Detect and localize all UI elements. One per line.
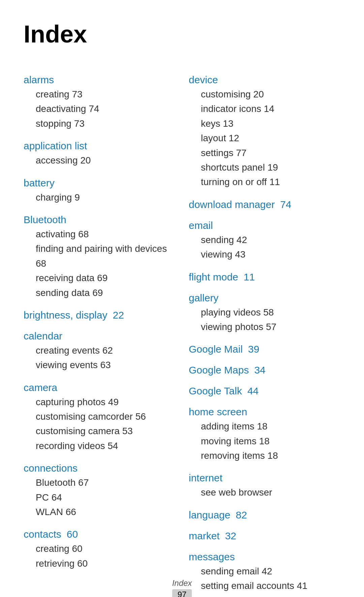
index-heading: battery <box>24 177 175 189</box>
index-heading: application list <box>24 140 175 152</box>
index-heading: flight mode11 <box>189 271 340 283</box>
index-sub-item: finding and pairing with devices 68 <box>24 241 175 271</box>
index-sub-item: Bluetooth 67 <box>24 475 175 490</box>
index-sub-item: settings 77 <box>189 146 340 160</box>
index-heading: gallery <box>189 292 340 304</box>
index-sub-item: removing items 18 <box>189 448 340 463</box>
index-columns: alarmscreating 73deactivating 74stopping… <box>24 65 340 593</box>
index-heading: messages <box>189 551 340 563</box>
index-sub-item: sending email 42 <box>189 564 340 578</box>
index-sub-item: viewing 43 <box>189 247 340 262</box>
index-heading: market32 <box>189 530 340 542</box>
index-heading: Google Talk44 <box>189 385 340 397</box>
index-sub-item: retrieving 60 <box>24 556 175 571</box>
index-sub-item: creating 60 <box>24 541 175 556</box>
index-sub-item: indicator icons 14 <box>189 101 340 116</box>
index-sub-item: receiving data 69 <box>24 271 175 285</box>
index-sub-item: activating 68 <box>24 227 175 241</box>
footer-label: Index <box>0 578 364 588</box>
index-sub-item: keys 13 <box>189 116 340 131</box>
index-heading: email <box>189 220 340 231</box>
index-heading: device <box>189 74 340 86</box>
index-heading: contacts60 <box>24 529 175 540</box>
index-heading: internet <box>189 472 340 484</box>
index-heading: alarms <box>24 74 175 86</box>
index-sub-item: layout 12 <box>189 131 340 145</box>
index-heading: camera <box>24 382 175 393</box>
page-title: Index <box>24 20 340 48</box>
index-heading: connections <box>24 462 175 474</box>
index-sub-item: PC 64 <box>24 490 175 505</box>
index-sub-item: accessing 20 <box>24 153 175 168</box>
index-sub-item: shortcuts panel 19 <box>189 160 340 175</box>
footer-page-number: 97 <box>172 589 192 597</box>
left-column: alarmscreating 73deactivating 74stopping… <box>24 65 175 593</box>
index-heading: Google Maps34 <box>189 364 340 376</box>
index-sub-item: customising camcorder 56 <box>24 409 175 424</box>
index-sub-item: sending data 69 <box>24 286 175 300</box>
index-sub-item: viewing photos 57 <box>189 320 340 334</box>
index-sub-item: sending 42 <box>189 233 340 247</box>
index-sub-item: viewing events 63 <box>24 358 175 372</box>
index-sub-item: creating 73 <box>24 87 175 101</box>
index-heading: language82 <box>189 509 340 521</box>
index-heading: calendar <box>24 330 175 342</box>
page-footer: Index 97 <box>0 578 364 597</box>
index-sub-item: moving items 18 <box>189 434 340 448</box>
index-heading: brightness, display22 <box>24 309 175 321</box>
index-heading: home screen <box>189 406 340 418</box>
index-sub-item: deactivating 74 <box>24 101 175 116</box>
index-sub-item: charging 9 <box>24 190 175 205</box>
index-sub-item: capturing photos 49 <box>24 395 175 409</box>
index-sub-item: customising camera 53 <box>24 424 175 438</box>
index-heading: Bluetooth <box>24 214 175 226</box>
index-heading: Google Mail39 <box>189 344 340 355</box>
right-column: devicecustomising 20indicator icons 14ke… <box>189 65 340 593</box>
index-sub-item: stopping 73 <box>24 116 175 131</box>
index-sub-item: creating events 62 <box>24 343 175 358</box>
index-sub-item: recording videos 54 <box>24 439 175 453</box>
index-sub-item: WLAN 66 <box>24 505 175 519</box>
index-heading: download manager74 <box>189 199 340 210</box>
index-sub-item: playing videos 58 <box>189 305 340 320</box>
index-sub-item: turning on or off 11 <box>189 175 340 189</box>
index-sub-item: adding items 18 <box>189 419 340 434</box>
index-sub-item: customising 20 <box>189 87 340 101</box>
index-sub-item: see web browser <box>189 485 340 500</box>
